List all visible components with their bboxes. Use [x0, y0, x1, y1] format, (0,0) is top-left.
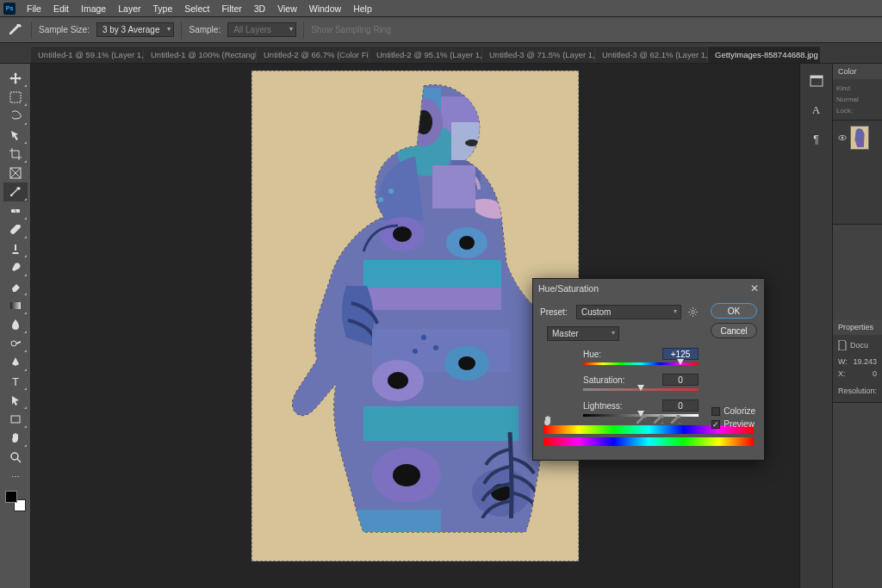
foreground-color-swatch[interactable]: [5, 491, 17, 503]
zoom-tool[interactable]: [3, 448, 28, 467]
menu-type[interactable]: Type: [146, 2, 178, 15]
collapsed-panels-dock: A ¶: [799, 64, 832, 588]
gear-icon[interactable]: [686, 306, 699, 319]
rectangle-tool[interactable]: [3, 410, 28, 429]
svg-point-15: [393, 226, 412, 242]
history-brush-tool[interactable]: [3, 258, 28, 277]
lasso-tool[interactable]: [3, 107, 28, 126]
menu-file[interactable]: File: [21, 2, 47, 15]
svg-point-7: [11, 453, 18, 460]
ok-button[interactable]: OK: [711, 303, 757, 319]
document-tab[interactable]: Untitled-1 @ 59.1% (Layer 1, R...×: [31, 46, 143, 63]
preview-checkbox[interactable]: ✓Preview: [711, 419, 755, 429]
document-tab[interactable]: Untitled-3 @ 62.1% (Layer 1, Q...×: [595, 46, 707, 63]
eyedropper-add-icon[interactable]: +: [654, 415, 664, 427]
svg-rect-31: [441, 518, 544, 561]
channel-dropdown[interactable]: Master: [547, 326, 619, 341]
eraser-tool[interactable]: [3, 277, 28, 296]
character-panel-icon[interactable]: A: [806, 102, 827, 119]
foreground-background-colors[interactable]: [5, 491, 26, 511]
layers-panel[interactable]: [833, 121, 882, 225]
document-tab[interactable]: Untitled-2 @ 95.1% (Layer 1, R...×: [370, 46, 481, 63]
saturation-slider-track[interactable]: [583, 388, 699, 391]
layer-thumbnail[interactable]: [850, 126, 869, 150]
saturation-label: Saturation:: [583, 375, 624, 385]
blur-tool[interactable]: [3, 315, 28, 334]
menu-help[interactable]: Help: [347, 2, 378, 15]
colorize-checkbox[interactable]: Colorize: [711, 406, 755, 416]
document-tab[interactable]: Untitled-1 @ 100% (Rectangle ...×: [144, 46, 256, 63]
hue-saturation-dialog[interactable]: Hue/Saturation ✕ OK Cancel Preset: Custo…: [532, 278, 765, 461]
svg-rect-25: [363, 406, 519, 441]
lightness-value-input[interactable]: 0: [662, 399, 699, 412]
move-tool[interactable]: [3, 69, 28, 88]
brush-tool[interactable]: [3, 220, 28, 239]
document-tab[interactable]: Untitled-3 @ 71.5% (Layer 1, Q...×: [482, 46, 594, 63]
canvas-area[interactable]: Hue/Saturation ✕ OK Cancel Preset: Custo…: [31, 64, 799, 588]
hue-label: Hue:: [583, 350, 601, 359]
lightness-label: Lightness:: [583, 401, 623, 411]
edit-toolbar[interactable]: ⋯: [3, 467, 28, 486]
eyedropper-tool[interactable]: [3, 183, 28, 201]
svg-rect-19: [363, 288, 501, 310]
document-canvas[interactable]: [252, 71, 579, 561]
dialog-titlebar[interactable]: Hue/Saturation ✕: [533, 279, 764, 298]
menu-3d[interactable]: 3D: [248, 2, 271, 15]
menu-image[interactable]: Image: [75, 2, 112, 15]
layer-row[interactable]: [836, 124, 879, 152]
eyedropper-icon[interactable]: [637, 415, 647, 427]
scrubby-hand-icon[interactable]: [542, 415, 556, 429]
svg-point-35: [378, 197, 383, 202]
artwork-figure: [252, 71, 579, 561]
sample-dropdown[interactable]: All Layers: [227, 22, 296, 37]
separator: [181, 22, 182, 39]
cancel-button[interactable]: Cancel: [711, 323, 757, 338]
path-select-tool[interactable]: [3, 391, 28, 410]
clone-stamp-tool[interactable]: [3, 239, 28, 258]
saturation-slider-thumb[interactable]: [637, 385, 644, 391]
panel-icon[interactable]: [806, 72, 827, 90]
preset-dropdown[interactable]: Custom: [576, 305, 681, 319]
color-panel[interactable]: Color Kind Normal Lock:: [833, 64, 882, 121]
hue-value-input[interactable]: +125: [662, 348, 699, 360]
saturation-value-input[interactable]: 0: [662, 374, 699, 386]
dodge-tool[interactable]: [3, 334, 28, 353]
pen-tool[interactable]: [3, 353, 28, 372]
close-icon[interactable]: ✕: [750, 282, 759, 294]
svg-rect-0: [10, 92, 21, 102]
workspace: T ⋯: [0, 64, 882, 588]
paragraph-panel-icon[interactable]: ¶: [806, 131, 827, 148]
sample-size-dropdown[interactable]: 3 by 3 Average: [96, 22, 175, 37]
properties-panel[interactable]: Properties Docu W:19.243 X:0 Resolution:: [833, 319, 882, 403]
document-tabs: Untitled-1 @ 59.1% (Layer 1, R...× Untit…: [0, 43, 882, 64]
menu-window[interactable]: Window: [303, 2, 347, 15]
panel-tab-properties[interactable]: Properties: [833, 319, 882, 335]
svg-rect-6: [11, 416, 20, 423]
svg-rect-3: [10, 302, 21, 309]
document-tab[interactable]: Untitled-2 @ 66.7% (Color Fill ...×: [257, 46, 369, 63]
panels-column: Color Kind Normal Lock: Properties Docu: [832, 64, 882, 588]
visibility-icon[interactable]: [838, 133, 847, 142]
document-tab-active[interactable]: GettyImages-858744688.jpg @ 10.3% (RGB/8…: [708, 46, 820, 63]
menu-layer[interactable]: Layer: [112, 2, 146, 15]
hand-tool[interactable]: [3, 429, 28, 448]
eyedropper-subtract-icon[interactable]: −: [671, 415, 681, 427]
marquee-tool[interactable]: [3, 88, 28, 107]
hue-slider-track[interactable]: [583, 362, 699, 365]
svg-point-36: [388, 189, 394, 194]
show-sampling-ring-checkbox[interactable]: Show Sampling Ring: [311, 25, 391, 34]
spot-heal-tool[interactable]: [3, 201, 28, 220]
menu-filter[interactable]: Filter: [215, 2, 247, 15]
hue-slider-thumb[interactable]: [677, 359, 684, 365]
gradient-tool[interactable]: [3, 296, 28, 315]
svg-point-4: [11, 341, 16, 346]
menu-select[interactable]: Select: [178, 2, 215, 15]
quick-select-tool[interactable]: [3, 126, 28, 145]
panel-tab-color[interactable]: Color: [833, 64, 882, 79]
crop-tool[interactable]: [3, 145, 28, 164]
frame-tool[interactable]: [3, 164, 28, 183]
sample-size-label: Sample Size:: [39, 25, 90, 34]
type-tool[interactable]: T: [3, 372, 28, 391]
menu-edit[interactable]: Edit: [47, 2, 75, 15]
menu-view[interactable]: View: [271, 2, 303, 15]
